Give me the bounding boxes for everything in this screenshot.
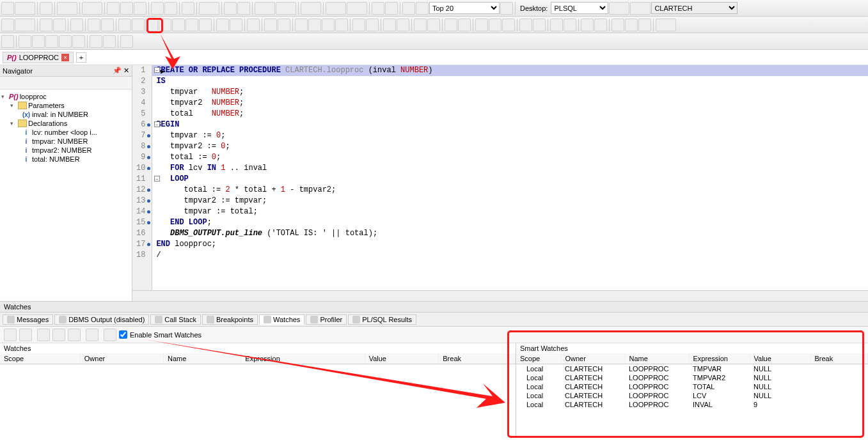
tab-loopproc[interactable]: P() LOOPPROC × [3,52,74,63]
tool-icon[interactable] [385,2,398,15]
tool-icon[interactable] [134,2,146,15]
tool-icon[interactable] [82,2,102,15]
navigator-tree[interactable]: ▾ P() loopproc ▾ Parameters (x) inval: i… [0,89,132,301]
tool-icon[interactable] [40,19,52,31]
col-name[interactable]: Name [163,353,241,364]
top-count-select[interactable]: Top 20 [429,2,500,14]
tool-icon[interactable] [172,19,185,31]
tool-icon[interactable] [564,19,576,31]
tab-messages[interactable]: Messages [3,314,53,325]
tool-icon[interactable] [68,329,81,341]
tree-item[interactable]: (x) inval: in NUMBER [1,110,130,119]
tool-icon[interactable] [199,19,212,31]
tool-icon[interactable] [224,2,237,15]
table-row[interactable]: LocalCLARTECHLOOPPROCTMPVARNULL [516,364,868,374]
tool-icon[interactable] [1,2,14,15]
code-editor[interactable]: 1−▶23456−7891011−12131415161718 CREATE O… [132,65,868,301]
watches-grid[interactable]: Scope Owner Name Expression Value Break [0,353,516,364]
table-row[interactable]: LocalCLARTECHLOOPPROCTMPVAR2NULL [516,373,868,382]
tool-icon[interactable] [402,2,415,15]
tab-dbms-output[interactable]: DBMS Output (disabled) [54,314,149,325]
col-break[interactable]: Break [439,353,516,364]
tool-icon[interactable] [1,19,14,31]
tool-icon[interactable] [90,35,102,48]
tool-icon[interactable] [52,329,65,341]
tool-icon[interactable] [612,19,624,31]
tool-icon[interactable] [500,2,513,15]
desktop-select[interactable]: PLSQL [551,2,608,14]
back-icon[interactable] [326,2,346,15]
col-name[interactable]: Name [625,353,689,364]
tool-icon[interactable] [118,19,131,31]
tab-breakpoints[interactable]: Breakpoints [202,314,258,325]
col-break[interactable]: Break [810,353,868,364]
pin-close[interactable]: 📌 ✕ [113,66,129,75]
tool-icon[interactable] [427,19,440,31]
tool-icon[interactable] [352,19,365,31]
open-icon[interactable] [57,2,77,15]
tree-item[interactable]: itotal: NUMBER [1,155,130,164]
find-icon[interactable] [383,19,396,31]
tree-root[interactable]: ▾ P() loopproc [1,92,130,101]
forward-icon[interactable] [347,2,367,15]
col-value[interactable]: Value [750,353,810,364]
tool-icon[interactable] [237,2,250,15]
tool-icon[interactable] [70,19,83,31]
col-expression[interactable]: Expression [689,353,750,364]
tool-icon[interactable] [550,19,563,31]
col-expression[interactable]: Expression [241,353,365,364]
tool-icon[interactable] [276,2,296,15]
tool-icon[interactable] [132,19,145,31]
tool-icon[interactable] [199,2,219,15]
tool-icon[interactable] [72,35,85,48]
tool-icon[interactable] [101,19,114,31]
tool-icon[interactable] [475,19,488,31]
tool-icon[interactable] [502,19,515,31]
tool-icon[interactable] [445,19,457,31]
tool-icon[interactable] [322,19,335,31]
editor-code[interactable]: CREATE OR REPLACE PROCEDURE CLARTECH.loo… [152,65,868,290]
col-scope[interactable]: Scope [516,353,561,364]
print-icon[interactable] [182,2,194,15]
schema-select[interactable]: CLARTECH [651,2,738,14]
tool-icon[interactable] [247,19,260,31]
tool-icon[interactable] [145,19,158,31]
tool-icon[interactable] [656,19,676,31]
add-tab-button[interactable]: + [76,52,86,63]
enable-smart-watches-checkbox[interactable]: Enable Smart Watches [119,330,201,339]
tool-icon[interactable] [230,19,242,31]
tool-icon[interactable] [15,19,35,31]
save-icon[interactable] [120,2,133,15]
tool-icon[interactable] [264,19,277,31]
smart-watches-grid[interactable]: Scope Owner Name Expression Value Break … [516,353,868,409]
tool-icon[interactable] [120,35,133,48]
tool-icon[interactable] [40,2,52,15]
tool-icon[interactable] [32,35,45,48]
tree-folder-decls[interactable]: ▾ Declarations [1,119,130,128]
tool-icon[interactable] [295,19,308,31]
tool-icon[interactable] [164,2,177,15]
tab-plsql-results[interactable]: PL/SQL Results [348,314,416,325]
tool-icon[interactable] [255,2,275,15]
tab-watches[interactable]: Watches [259,314,304,325]
tool-icon[interactable] [107,2,120,15]
tool-icon[interactable] [372,2,384,15]
debug-icon[interactable] [159,19,171,31]
tool-icon[interactable] [594,19,607,31]
close-icon[interactable]: × [61,54,69,61]
tool-icon[interactable] [397,19,409,31]
stop-icon[interactable] [216,19,229,31]
tool-icon[interactable] [19,329,32,341]
tool-icon[interactable] [4,329,17,341]
tree-item[interactable]: ilcv: number <loop i... [1,128,130,137]
tool-icon[interactable] [414,19,427,31]
tool-icon[interactable] [15,2,35,15]
tool-icon[interactable] [59,35,72,48]
tree-item[interactable]: itmpvar2: NUMBER [1,146,130,155]
tool-icon[interactable] [37,329,50,341]
tool-icon[interactable] [1,35,14,48]
col-value[interactable]: Value [365,353,439,364]
col-owner[interactable]: Owner [80,353,163,364]
table-row[interactable]: LocalCLARTECHLOOPPROCLCVNULL [516,391,868,400]
col-scope[interactable]: Scope [0,353,80,364]
